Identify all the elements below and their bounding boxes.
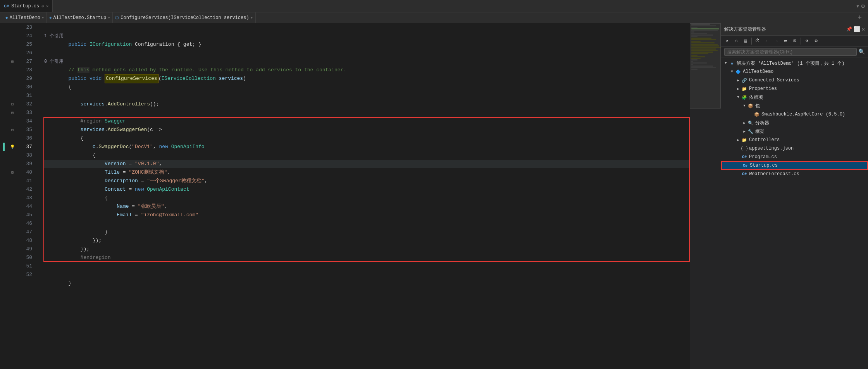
gutter-38: [8, 151, 17, 160]
nav-project[interactable]: ◆ AllTestDemo ▾: [3, 12, 47, 23]
expand-connected[interactable]: ▶: [735, 77, 741, 83]
toolbar-home-btn[interactable]: ⌂: [732, 37, 741, 45]
gutter-34: [8, 117, 17, 126]
str-email: "izohc@foxmail.com": [141, 211, 198, 219]
gutter-35: ⊟: [8, 126, 17, 134]
code-line-31: [44, 109, 690, 117]
tree-item-swashbuckle[interactable]: ▶ 📦 Swashbuckle.AspNetCore (6.5.0): [721, 110, 868, 119]
nav-method-label: ConfigureServices(IServiceCollection ser…: [121, 15, 249, 21]
close-panel-icon[interactable]: ✕: [862, 26, 865, 33]
tab-startup-cs[interactable]: C# Startup.cs ⊙ ✕: [0, 0, 53, 12]
margin-43: [0, 194, 8, 202]
tree-item-controllers[interactable]: ▶ 📁 Controllers: [721, 136, 868, 144]
expand-project[interactable]: ▼: [729, 69, 735, 75]
gutter-23: [8, 23, 17, 32]
nav-add-button[interactable]: +: [854, 14, 865, 22]
gutter-48: [8, 236, 17, 245]
toolbar-refresh-btn[interactable]: ↺: [723, 37, 731, 45]
endregion-48: #endregion: [44, 253, 111, 262]
tree-item-dependencies[interactable]: ▼ 🧩 依赖项: [721, 93, 868, 102]
prop-description: Description: [44, 177, 138, 185]
project-tree-icon: 🔷: [735, 69, 741, 75]
nav-class[interactable]: ◈ AllTestDemo.Startup ▾: [47, 12, 113, 23]
gutter-30: [8, 83, 17, 91]
expand-framework[interactable]: ▶: [741, 128, 747, 134]
solution-search-input[interactable]: [724, 48, 857, 56]
toolbar-settings-btn[interactable]: ⚙: [812, 37, 820, 45]
lightbulb-icon[interactable]: 💡: [10, 145, 15, 149]
dropdown-arrow-icon[interactable]: ▾: [856, 2, 860, 10]
maximize-icon[interactable]: ⬜: [854, 26, 860, 33]
settings-icon[interactable]: ⚙: [861, 2, 865, 10]
nav-class-label: AllTestDemo.Startup: [53, 15, 107, 21]
pin-icon[interactable]: 📌: [846, 26, 852, 32]
controllers-icon: 📁: [741, 137, 747, 143]
prop-title: Title: [44, 168, 120, 177]
line-numbers: 23 24 25 26 27 28 29 30 31 32 33 34 35 3…: [17, 23, 40, 369]
services-33: services: [44, 126, 105, 134]
collapse-35-icon[interactable]: ⊟: [11, 128, 14, 132]
tree-item-properties[interactable]: ▶ 📁 Properties: [721, 84, 868, 93]
expand-dependencies[interactable]: ▼: [735, 94, 741, 100]
expand-controllers[interactable]: ▶: [735, 137, 741, 143]
toolbar-filter-btn[interactable]: ⚗: [803, 37, 811, 45]
panel-toolbar: ↺ ⌂ ▤ ⏱ ← → ⇌ ⊡ ⚗ ⚙: [721, 36, 868, 47]
ln-46: 46: [17, 219, 36, 228]
comment-26: // this method gets called by the runtim…: [44, 66, 346, 74]
toolbar-sync-btn[interactable]: ⇌: [781, 37, 790, 45]
tree-item-program[interactable]: ▶ C# Program.cs: [721, 153, 868, 161]
tree-item-solution[interactable]: ▼ ◈ 解决方案 'AllTestDemo' (1 个项目，共 1 个): [721, 59, 868, 67]
tab-close-icon[interactable]: ✕: [46, 4, 48, 9]
minimap: [690, 23, 721, 369]
method-swaggerdoc: SwaggerDoc: [98, 143, 129, 151]
toolbar-back-btn[interactable]: ←: [763, 37, 771, 45]
tree-item-weatherforecast[interactable]: ▶ C# WeatherForecast.cs: [721, 170, 868, 178]
collapse-33-icon[interactable]: ⊟: [11, 110, 14, 115]
tree-item-project[interactable]: ▼ 🔷 AllTestDemo: [721, 67, 868, 76]
tree-item-framework[interactable]: ▶ 🔧 框架: [721, 127, 868, 136]
toolbar-collapse-btn[interactable]: ▤: [741, 37, 750, 45]
str-docv1: "DocV1": [132, 143, 153, 151]
tab-pin-icon[interactable]: ⊙: [41, 4, 44, 9]
expand-analyzers[interactable]: ▶: [741, 120, 747, 126]
code-content[interactable]: 1 个引用 public IConfiguration Configuratio…: [40, 23, 690, 369]
expand-solution[interactable]: ▼: [723, 60, 729, 66]
toolbar-copy-btn[interactable]: ⊡: [790, 37, 799, 45]
type-iservicecollection: IServiceCollection: [161, 74, 215, 83]
margin-30: [0, 83, 8, 91]
tree-item-connected[interactable]: ▶ 🔗 Connected Services: [721, 76, 868, 84]
margin-27: [0, 57, 8, 66]
nav-method[interactable]: ⬡ ConfigureServices(IServiceCollection s…: [113, 12, 255, 23]
code-line-52: [44, 288, 690, 296]
weatherforecast-icon: C#: [741, 171, 747, 177]
comma-37: ,: [159, 160, 162, 168]
toolbar-forward-btn[interactable]: →: [772, 37, 780, 45]
expand-properties[interactable]: ▶: [735, 86, 741, 92]
gutter-47: [8, 228, 17, 236]
collapse-27-icon[interactable]: ⊟: [11, 59, 14, 64]
tree-item-startup[interactable]: ▶ C# Startup.cs: [721, 161, 868, 170]
class-icon: ◈: [49, 15, 52, 20]
ln-37: 37: [17, 143, 36, 151]
brace-36: {: [44, 151, 96, 160]
toolbar-clock-btn[interactable]: ⏱: [753, 37, 762, 45]
toolbar-sep-2: [801, 38, 801, 45]
str-title: "ZOHC测试文档": [129, 168, 167, 177]
tab-bar: C# Startup.cs ⊙ ✕ ▾ ⚙: [0, 0, 868, 12]
editor-area[interactable]: ⊟ ⊟ ⊟ ⊟ 💡 ⊟: [0, 23, 721, 369]
dependencies-icon: 🧩: [741, 94, 747, 100]
comma-42: ,: [164, 202, 167, 211]
code-line-45: }: [44, 228, 690, 236]
minimap-viewport[interactable]: [690, 23, 721, 109]
collapse-32-icon[interactable]: ⊟: [11, 102, 14, 107]
gutter-31: [8, 91, 17, 100]
tree-item-packages[interactable]: ▼ 📦 包: [721, 102, 868, 110]
method-icon: ⬡: [115, 15, 119, 20]
tree-item-analyzers[interactable]: ▶ 🔍 分析器: [721, 119, 868, 127]
str-version: "v0.1.0": [135, 160, 159, 168]
comma-39: ,: [204, 177, 207, 185]
tab-group: C# Startup.cs ⊙ ✕: [0, 0, 53, 12]
collapse-40-icon[interactable]: ⊟: [11, 170, 14, 175]
tree-item-appsettings[interactable]: ▶ { } appsettings.json: [721, 144, 868, 153]
expand-packages[interactable]: ▼: [741, 103, 747, 109]
